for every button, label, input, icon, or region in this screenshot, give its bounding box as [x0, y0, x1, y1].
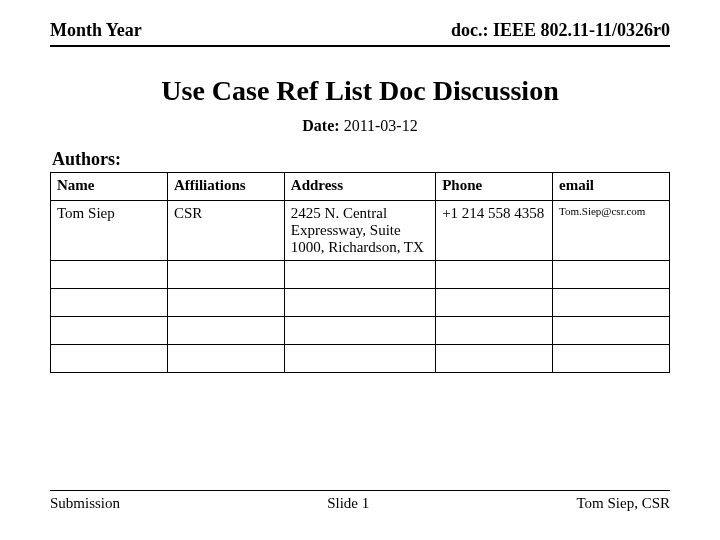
col-header-email: email	[553, 173, 670, 201]
table-row	[51, 261, 670, 289]
cell-affil	[167, 261, 284, 289]
col-header-address: Address	[284, 173, 435, 201]
title-block: Use Case Ref List Doc Discussion Date: 2…	[50, 75, 670, 135]
cell-affil: CSR	[167, 201, 284, 261]
cell-email	[553, 261, 670, 289]
cell-phone	[436, 317, 553, 345]
cell-name	[51, 261, 168, 289]
cell-name	[51, 345, 168, 373]
authors-label: Authors:	[50, 149, 670, 170]
cell-name: Tom Siep	[51, 201, 168, 261]
table-row: Tom Siep CSR 2425 N. Central Expressway,…	[51, 201, 670, 261]
authors-table: Name Affiliations Address Phone email To…	[50, 172, 670, 373]
footer-left: Submission	[50, 495, 120, 512]
cell-email	[553, 345, 670, 373]
date-value: 2011-03-12	[344, 117, 418, 134]
table-row	[51, 289, 670, 317]
cell-phone	[436, 345, 553, 373]
cell-phone	[436, 289, 553, 317]
date-line: Date: 2011-03-12	[50, 117, 670, 135]
page-title: Use Case Ref List Doc Discussion	[50, 75, 670, 107]
cell-email	[553, 289, 670, 317]
cell-address	[284, 289, 435, 317]
cell-affil	[167, 345, 284, 373]
header-left: Month Year	[50, 20, 142, 41]
col-header-name: Name	[51, 173, 168, 201]
cell-address	[284, 261, 435, 289]
table-header-row: Name Affiliations Address Phone email	[51, 173, 670, 201]
footer-center: Slide 1	[327, 495, 369, 512]
cell-phone	[436, 261, 553, 289]
cell-address	[284, 345, 435, 373]
cell-address: 2425 N. Central Expressway, Suite 1000, …	[284, 201, 435, 261]
cell-affil	[167, 289, 284, 317]
cell-name	[51, 317, 168, 345]
cell-email	[553, 317, 670, 345]
cell-address	[284, 317, 435, 345]
header-bar: Month Year doc.: IEEE 802.11-11/0326r0	[50, 20, 670, 47]
cell-phone: +1 214 558 4358	[436, 201, 553, 261]
footer-right: Tom Siep, CSR	[576, 495, 670, 512]
col-header-affiliations: Affiliations	[167, 173, 284, 201]
cell-email: Tom.Siep@csr.com	[553, 201, 670, 261]
col-header-phone: Phone	[436, 173, 553, 201]
table-row	[51, 317, 670, 345]
header-right: doc.: IEEE 802.11-11/0326r0	[451, 20, 670, 41]
table-row	[51, 345, 670, 373]
footer-bar: Submission Slide 1 Tom Siep, CSR	[50, 490, 670, 512]
cell-affil	[167, 317, 284, 345]
cell-name	[51, 289, 168, 317]
date-label: Date:	[302, 117, 339, 134]
